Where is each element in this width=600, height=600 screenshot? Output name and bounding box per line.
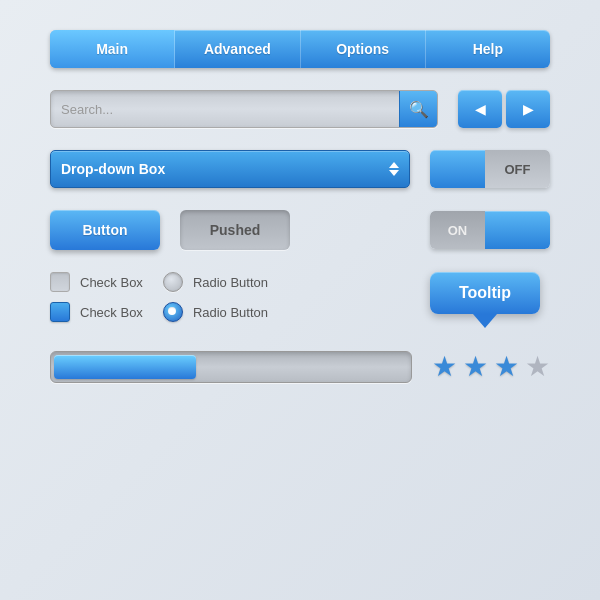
star-2[interactable]: ★ [463,350,488,383]
toggle-off-blue [430,150,485,188]
nav-left-button[interactable]: ◀ [458,90,502,128]
stars: ★ ★ ★ ★ [432,350,550,383]
dropdown-label: Drop-down Box [61,161,165,177]
checkbox-unchecked-item: Check Box [50,272,143,292]
nav-arrows: ◀ ▶ [458,90,550,128]
tab-main[interactable]: Main [50,30,175,68]
toggle-off-label: OFF [485,150,550,188]
buttons-row: Button Pushed ON [50,210,550,250]
search-row: Search... 🔍 ◀ ▶ [50,90,550,128]
main-button[interactable]: Button [50,210,160,250]
toggle-on[interactable]: ON [430,211,550,249]
toggle-on-label: ON [430,211,485,249]
progress-bar[interactable] [50,351,412,383]
dropdown-box[interactable]: Drop-down Box [50,150,410,188]
bottom-row: ★ ★ ★ ★ [50,350,550,383]
star-3[interactable]: ★ [494,350,519,383]
tab-help[interactable]: Help [426,30,550,68]
checkbox-checked-item: Check Box [50,302,143,322]
dropdown-arrows [389,162,399,176]
toggle-off[interactable]: OFF [430,150,550,188]
star-4[interactable]: ★ [525,350,550,383]
checkboxes-col: Check Box Check Box [50,272,143,322]
radio-unchecked[interactable] [163,272,183,292]
radio-checked-label: Radio Button [193,305,268,320]
checkbox-checked[interactable] [50,302,70,322]
tooltip-box: Tooltip [430,272,540,314]
checkbox-checked-label: Check Box [80,305,143,320]
tooltip-arrow [473,314,497,328]
progress-fill [54,355,196,379]
radio-checked-item: Radio Button [163,302,268,322]
checkbox-unchecked-label: Check Box [80,275,143,290]
tab-advanced[interactable]: Advanced [175,30,300,68]
check-row: Check Box Check Box Radio Button Radio B… [50,272,550,328]
radio-checked[interactable] [163,302,183,322]
dropdown-arrow-down [389,170,399,176]
pushed-button[interactable]: Pushed [180,210,290,250]
search-bar: Search... 🔍 [50,90,438,128]
search-icon: 🔍 [409,100,429,119]
search-button[interactable]: 🔍 [399,90,437,128]
star-1[interactable]: ★ [432,350,457,383]
dropdown-row: Drop-down Box OFF [50,150,550,188]
main-container: Main Advanced Options Help Search... 🔍 ◀… [0,0,600,600]
search-placeholder: Search... [51,102,399,117]
checkbox-unchecked[interactable] [50,272,70,292]
radio-unchecked-label: Radio Button [193,275,268,290]
toggle-on-blue [485,211,550,249]
radio-unchecked-item: Radio Button [163,272,268,292]
nav-right-button[interactable]: ▶ [506,90,550,128]
tooltip: Tooltip [420,272,550,328]
radios-col: Radio Button Radio Button [163,272,268,322]
tab-bar: Main Advanced Options Help [50,30,550,68]
nav-left-icon: ◀ [475,101,486,117]
dropdown-arrow-up [389,162,399,168]
tab-options[interactable]: Options [301,30,426,68]
nav-right-icon: ▶ [523,101,534,117]
